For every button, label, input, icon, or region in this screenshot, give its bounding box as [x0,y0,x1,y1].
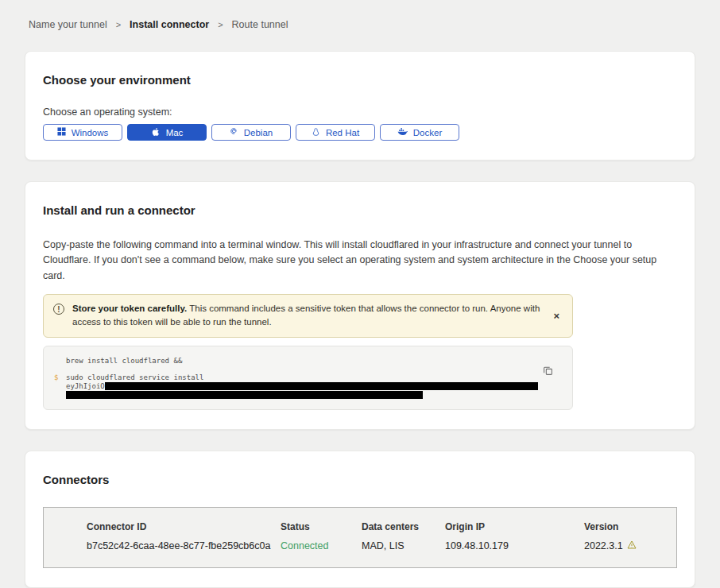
breadcrumb: Name your tunnel > Install connector > R… [0,0,720,30]
connectors-table: Connector ID Status Data centers Origin … [43,507,677,568]
page-content: Choose your environment Choose an operat… [0,51,720,588]
os-button-label: Mac [166,128,184,137]
os-button-debian[interactable]: Debian [211,124,291,141]
environment-card: Choose your environment Choose an operat… [25,51,695,161]
os-select-label: Choose an operating system: [43,106,677,118]
os-button-label: Windows [72,128,109,137]
redhat-icon [312,127,320,138]
install-command-code-block: brew install cloudflared && $ sudo cloud… [43,346,573,410]
os-button-label: Red Hat [326,128,359,137]
redaction-bar [105,382,538,390]
version-value: 2022.3.1 [584,540,623,551]
column-header-version: Version [584,521,668,532]
code-line-token [54,391,561,399]
column-header-data-centers: Data centers [362,521,445,532]
column-header-status: Status [281,521,362,532]
docker-icon [397,127,408,137]
os-button-label: Debian [244,128,273,137]
breadcrumb-separator: > [218,20,223,29]
windows-icon [57,127,66,137]
code-line-text: sudo cloudflared service install [66,373,203,382]
code-line: brew install cloudflared && [54,357,561,366]
install-description: Copy-paste the following command into a … [43,238,675,284]
connectors-card: Connectors Connector ID Status Data cent… [25,451,695,588]
code-line: $ sudo cloudflared service install [54,373,561,382]
prompt-spacer [54,357,66,366]
token-line: eyJhIjoiO [66,382,538,391]
os-button-group: Windows Mac Debian Red Hat [43,124,677,141]
status-badge: Connected [281,540,362,551]
apple-icon [151,127,161,138]
breadcrumb-separator: > [116,20,121,29]
install-card-title: Install and run a connector [43,203,677,217]
column-header-connector-id: Connector ID [87,521,281,532]
copy-icon[interactable] [543,366,553,378]
breadcrumb-step-route-tunnel[interactable]: Route tunnel [232,19,288,30]
column-header-origin-ip: Origin IP [445,521,584,532]
origin-ip-cell: 109.48.10.179 [445,540,584,551]
data-centers-cell: MAD, LIS [362,540,445,551]
version-cell: 2022.3.1 [584,540,668,551]
code-line-token: eyJhIjoiO [54,382,561,391]
connector-id-cell: b7c52c42-6caa-48ee-8c77-fbe259cb6c0a [87,540,281,551]
code-line-text: brew install cloudflared && [66,357,182,366]
debian-icon [230,127,238,137]
environment-card-title: Choose your environment [43,73,677,87]
install-connector-card: Install and run a connector Copy-paste t… [25,181,695,430]
token-warning-banner: ! Store your token carefully. This comma… [43,294,573,338]
connectors-card-title: Connectors [43,473,677,486]
warning-triangle-icon [627,540,637,551]
dollar-prompt: $ [54,373,66,382]
os-button-label: Docker [413,128,442,137]
prompt-spacer [54,382,66,391]
redaction-bar [66,391,423,399]
alert-circle-icon: ! [53,304,64,315]
os-button-mac[interactable]: Mac [127,124,207,141]
os-button-docker[interactable]: Docker [380,124,459,141]
breadcrumb-step-name-tunnel[interactable]: Name your tunnel [29,19,107,30]
close-icon[interactable]: × [550,309,563,323]
breadcrumb-step-install-connector[interactable]: Install connector [130,19,209,30]
token-prefix: eyJhIjoiO [66,382,105,390]
prompt-spacer [54,391,66,399]
os-button-redhat[interactable]: Red Hat [296,124,375,141]
warning-text: Store your token carefully. This command… [72,302,542,330]
os-button-windows[interactable]: Windows [43,124,122,141]
warning-title: Store your token carefully. [72,304,187,313]
